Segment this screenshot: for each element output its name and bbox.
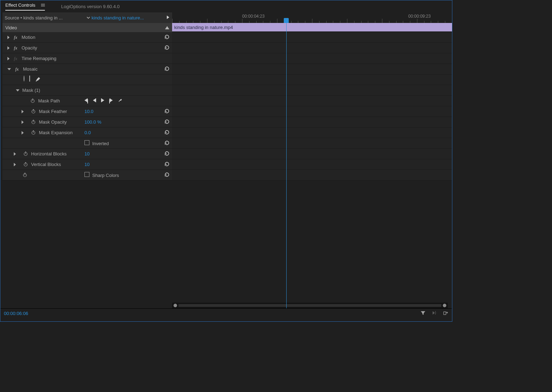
footer-bar: 00:00:06:06 <box>0 308 452 318</box>
mask-row[interactable]: Mask (1) <box>2 85 172 96</box>
reset-icon[interactable] <box>164 67 170 73</box>
reset-icon[interactable] <box>164 152 170 158</box>
property-row-sharp-colors: Sharp Colors <box>2 170 172 180</box>
track-area <box>172 53 452 64</box>
track-area <box>172 32 452 43</box>
sharp-colors-checkbox[interactable] <box>84 172 89 177</box>
property-value[interactable]: 100.0 % <box>84 119 101 125</box>
play-reverse-icon[interactable] <box>93 98 96 103</box>
pen-mask-icon[interactable] <box>35 76 41 83</box>
stopwatch-icon[interactable] <box>22 172 28 178</box>
effect-row-opacity[interactable]: fxOpacity <box>2 43 172 53</box>
panel-menu-icon[interactable] <box>41 4 45 6</box>
property-value[interactable]: 10 <box>84 151 89 156</box>
reset-icon[interactable] <box>164 120 170 126</box>
reset-icon[interactable] <box>164 46 170 52</box>
prev-keyframe-icon[interactable] <box>84 98 88 103</box>
fx-badge-icon: fx <box>12 45 19 51</box>
source-selector-row: Source • kinds standing in ... kinds sta… <box>2 12 172 23</box>
zoom-handle-left[interactable] <box>174 304 177 307</box>
expand-icon[interactable] <box>22 131 24 135</box>
sequence-name-link[interactable]: kinds standing in nature... <box>92 15 164 20</box>
reset-icon[interactable] <box>164 173 170 179</box>
wrench-icon[interactable] <box>118 97 123 104</box>
play-forward-icon[interactable] <box>101 98 104 103</box>
stopwatch-icon[interactable] <box>31 130 36 136</box>
expand-icon[interactable] <box>22 120 24 124</box>
stopwatch-icon[interactable] <box>23 161 28 168</box>
horizontal-zoom-scrollbar[interactable] <box>172 303 448 308</box>
property-row-mask-feather: Mask Feather 10.0 <box>2 106 172 117</box>
collapse-up-icon[interactable] <box>165 26 169 29</box>
tab-effect-controls[interactable]: Effect Controls <box>5 2 45 11</box>
expand-icon[interactable] <box>14 152 16 156</box>
track-area <box>172 106 452 117</box>
track-area <box>172 64 452 75</box>
effect-row-time-remapping[interactable]: fxTime Remapping <box>2 53 172 64</box>
clip-bar[interactable]: kinds standing in nature.mp4 <box>172 23 452 31</box>
reset-icon[interactable] <box>164 36 170 41</box>
inverted-checkbox[interactable] <box>84 140 89 145</box>
clip-label: kinds standing in nature.mp4 <box>174 25 233 30</box>
property-label: Mask Feather <box>39 109 67 114</box>
stopwatch-icon[interactable] <box>31 108 36 115</box>
property-row-horizontal-blocks: Horizontal Blocks 10 <box>2 149 172 159</box>
expand-icon[interactable] <box>7 46 10 50</box>
export-icon[interactable] <box>443 310 448 317</box>
collapse-icon[interactable] <box>16 89 19 91</box>
stopwatch-icon[interactable] <box>23 151 28 157</box>
expand-icon[interactable] <box>7 36 10 39</box>
sharp-colors-label: Sharp Colors <box>92 173 119 178</box>
stopwatch-icon[interactable] <box>30 98 35 104</box>
reset-icon[interactable] <box>164 131 170 136</box>
track-area <box>172 159 452 170</box>
fx-badge-icon: fx <box>12 35 19 40</box>
reset-icon[interactable] <box>164 142 170 147</box>
track-area <box>172 117 452 127</box>
track-area <box>172 75 452 85</box>
track-area <box>172 138 452 149</box>
effect-label: Motion <box>22 35 35 40</box>
effect-row-mosaic[interactable]: fxMosaic <box>2 64 172 75</box>
video-section-header[interactable]: Video <box>2 23 172 32</box>
reset-icon[interactable] <box>164 110 170 115</box>
property-label: Mask Path <box>38 98 60 103</box>
effect-controls-panel: Source • kinds standing in ... kinds sta… <box>2 12 172 308</box>
collapse-icon[interactable] <box>7 68 11 70</box>
property-value[interactable]: 10 <box>84 162 89 167</box>
track-area <box>172 43 452 53</box>
property-label: Mask Opacity <box>39 119 67 125</box>
source-clip-label[interactable]: Source • kinds standing in ... <box>5 15 85 20</box>
property-row-inverted: Inverted <box>2 138 172 149</box>
scroll-track[interactable] <box>178 304 441 307</box>
rectangle-mask-icon[interactable] <box>29 76 30 83</box>
filter-icon[interactable] <box>420 310 426 317</box>
expand-icon[interactable] <box>14 163 16 166</box>
playback-only-icon[interactable] <box>431 310 437 317</box>
property-label: Horizontal Blocks <box>31 151 66 156</box>
effect-row-motion[interactable]: fxMotion <box>2 32 172 43</box>
time-ruler[interactable]: 00:00:04:23 00:00:09:23 <box>172 12 452 23</box>
property-value[interactable]: 10.0 <box>84 109 93 114</box>
tab-label: Effect Controls <box>5 2 35 8</box>
track-area <box>172 96 452 106</box>
track-area <box>172 127 452 138</box>
effect-label: Mosaic <box>23 66 37 72</box>
ellipse-mask-icon[interactable] <box>24 76 24 83</box>
expand-icon[interactable] <box>7 57 10 60</box>
current-timecode[interactable]: 00:00:06:06 <box>4 311 28 316</box>
sequence-dropdown-icon[interactable] <box>85 15 92 20</box>
mask-shape-toolbar <box>2 75 172 85</box>
property-value[interactable]: 0.0 <box>84 130 91 135</box>
next-keyframe-icon[interactable] <box>109 98 113 103</box>
zoom-handle-right[interactable] <box>443 304 446 307</box>
property-row-mask-path: Mask Path <box>2 96 172 106</box>
property-row-vertical-blocks: Vertical Blocks 10 <box>2 159 172 170</box>
tab-secondary[interactable]: LogiOptions version 9.60.4.0 <box>61 4 120 9</box>
playhead-icon[interactable] <box>284 18 289 23</box>
mini-timeline-panel: 00:00:04:23 00:00:09:23 kinds standing i… <box>172 12 452 308</box>
stopwatch-icon[interactable] <box>31 119 36 125</box>
expand-icon[interactable] <box>22 110 24 113</box>
play-only-icon[interactable] <box>164 16 172 20</box>
reset-icon[interactable] <box>164 163 170 168</box>
